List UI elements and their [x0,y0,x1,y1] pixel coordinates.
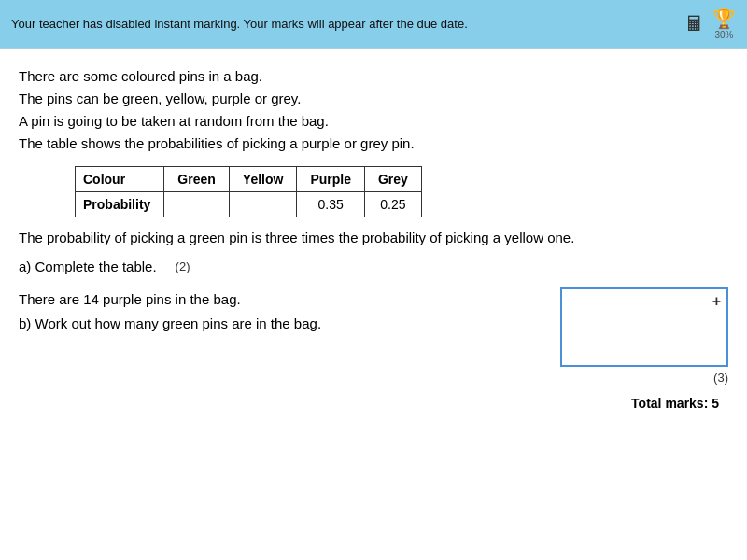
part-b-text: There are 14 purple pins in the bag. b) … [19,287,542,335]
part-b-line2: b) Work out how many green pins are in t… [19,312,542,336]
table-header-colour: Colour [76,167,164,192]
part-b-line1: There are 14 purple pins in the bag. [19,287,542,312]
total-marks: Total marks: 5 [19,396,728,411]
table-cell-purple: 0.35 [297,192,365,217]
answer-input-box[interactable]: + [560,287,728,367]
notification-bar: Your teacher has disabled instant markin… [0,0,747,49]
expand-icon[interactable]: + [712,293,721,310]
question-line3: A pin is going to be taken at random fro… [19,110,728,133]
table-cell-yellow[interactable] [229,192,297,217]
part-b-section: There are 14 purple pins in the bag. b) … [19,287,728,386]
question-text: There are some coloured pins in a bag. T… [19,65,728,155]
part-a: a) Complete the table. (2) [19,259,728,274]
trophy-icon: 🏆 30% [712,7,736,40]
extra-text: The probability of picking a green pin i… [19,227,728,249]
main-content: There are some coloured pins in a bag. T… [0,49,747,560]
part-b-marks: (3) [713,371,728,385]
question-line2: The pins can be green, yellow, purple or… [19,88,728,110]
table-header-purple: Purple [297,167,365,192]
top-icons: 🖩 🏆 30% [684,7,736,40]
part-a-marks: (2) [176,259,190,273]
part-a-label: a) Complete the table. [19,259,157,274]
question-line4: The table shows the probabilities of pic… [19,133,728,155]
calculator-icon[interactable]: 🖩 [684,12,705,36]
probability-table: Colour Green Yellow Purple Grey Probabil… [75,166,422,217]
trophy-percent: 30% [714,30,733,40]
table-header-green: Green [164,167,229,192]
table-row-label: Probability [76,192,164,217]
question-line1: There are some coloured pins in a bag. [19,65,728,88]
table-cell-green[interactable] [164,192,229,217]
table-cell-grey: 0.25 [364,192,421,217]
trophy-glyph: 🏆 [712,7,736,30]
table-header-grey: Grey [364,167,421,192]
notification-text: Your teacher has disabled instant markin… [11,17,684,31]
table-header-yellow: Yellow [229,167,297,192]
